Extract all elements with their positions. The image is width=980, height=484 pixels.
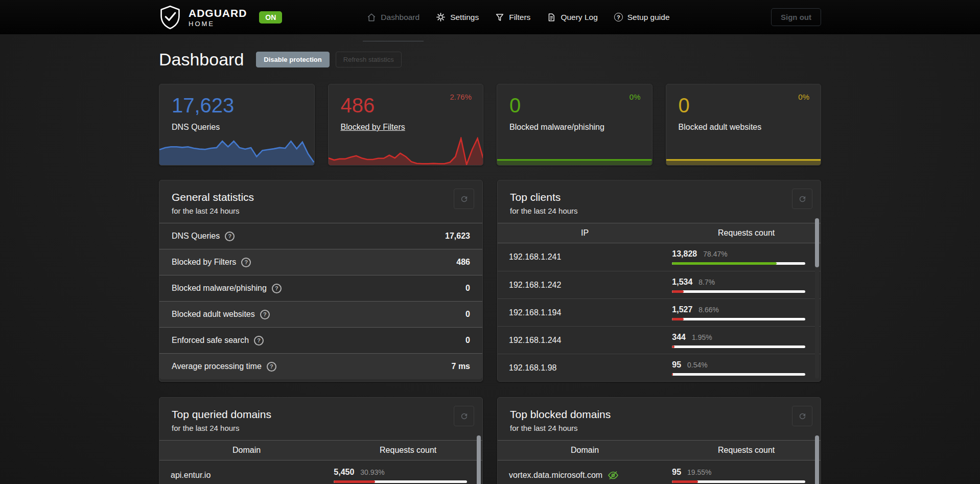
top-blocked-title: Top blocked domains: [510, 408, 808, 421]
nav-item-setup-guide[interactable]: ? Setup guide: [606, 0, 678, 34]
blocked-filters-link[interactable]: Blocked by Filters: [341, 123, 483, 132]
help-icon[interactable]: ?: [260, 310, 270, 319]
requests-percent: 8.7%: [698, 278, 715, 286]
column-header-domain: Domain: [159, 446, 334, 455]
requests-count: 5,450: [334, 468, 354, 477]
domain-row: vortex.data.microsoft.com 95 19.55%: [498, 460, 821, 484]
top-queried-scrollbar[interactable]: [477, 435, 481, 484]
client-ip: 192.168.1.244: [498, 336, 672, 345]
requests-bar: [672, 373, 805, 376]
refresh-icon: [798, 195, 807, 203]
stats-value: 0: [465, 284, 470, 293]
requests-count: 13,828: [672, 249, 697, 259]
client-ip: 192.168.1.98: [498, 363, 672, 373]
nav-item-query-log[interactable]: Query Log: [539, 0, 605, 34]
refresh-icon: [460, 195, 469, 203]
domain-name: vortex.data.microsoft.com: [509, 471, 602, 480]
column-header-requests: Requests count: [672, 446, 821, 455]
stats-row-blocked-adult: Blocked adult websites ? 0: [159, 301, 482, 327]
dns-queries-value: 17,623: [172, 95, 314, 116]
general-statistics-refresh-button[interactable]: [454, 189, 474, 209]
brand-name: ADGUARD: [189, 8, 247, 18]
stats-value: 17,623: [445, 232, 470, 241]
top-navbar: ADGUARD HOME ON Dashboard: [0, 0, 980, 34]
top-clients-table-header: IP Requests count: [498, 223, 821, 243]
nav-item-dashboard[interactable]: Dashboard: [359, 0, 428, 34]
disable-protection-button[interactable]: Disable protection: [256, 52, 329, 67]
scrollbar-thumb[interactable]: [815, 218, 819, 267]
top-blocked-scrollbar[interactable]: [815, 435, 819, 484]
column-header-requests: Requests count: [672, 228, 821, 238]
top-blocked-refresh-button[interactable]: [792, 406, 812, 426]
help-icon[interactable]: ?: [272, 284, 282, 293]
top-blocked-subtitle: for the last 24 hours: [510, 424, 808, 433]
requests-percent: 19.55%: [687, 468, 711, 476]
domain-name: api.entur.io: [159, 471, 334, 480]
blocked-malware-label: Blocked malware/phishing: [509, 123, 652, 132]
stats-label: Enforced safe search: [172, 336, 249, 345]
requests-bar: [672, 290, 805, 293]
protection-status-badge: ON: [259, 11, 282, 24]
nav-item-settings[interactable]: Settings: [428, 0, 487, 34]
dns-queries-label: DNS Queries: [172, 123, 314, 132]
home-icon: [367, 13, 376, 22]
requests-bar-fill: [672, 262, 777, 265]
stats-label: Blocked adult websites: [172, 310, 255, 319]
top-clients-title: Top clients: [510, 191, 808, 204]
requests-count: 95: [672, 468, 681, 477]
sign-out-button[interactable]: Sign out: [771, 8, 821, 26]
adguard-logo: ADGUARD HOME ON: [159, 5, 282, 30]
top-queried-refresh-button[interactable]: [454, 406, 474, 426]
eye-off-icon[interactable]: [608, 470, 619, 481]
help-icon[interactable]: ?: [254, 336, 264, 345]
funnel-icon: [495, 13, 504, 22]
help-icon[interactable]: ?: [241, 258, 251, 267]
stats-row-safe-search: Enforced safe search ? 0: [159, 327, 482, 353]
nav-item-filters[interactable]: Filters: [487, 0, 539, 34]
stats-value: 0: [465, 310, 470, 319]
nav-label-query-log: Query Log: [561, 13, 597, 22]
column-header-domain: Domain: [498, 446, 672, 455]
scrollbar-thumb[interactable]: [815, 435, 819, 484]
main-nav: Dashboard Settings Filte: [359, 0, 678, 34]
top-clients-subtitle: for the last 24 hours: [510, 206, 808, 216]
stats-row-dns-queries: DNS Queries ? 17,623: [159, 223, 482, 249]
top-blocked-table-header: Domain Requests count: [498, 440, 821, 460]
requests-bar: [672, 318, 805, 320]
requests-bar-fill: [672, 318, 684, 320]
requests-count: 344: [672, 333, 686, 342]
card-dns-queries: 17,623 DNS Queries: [159, 84, 315, 166]
top-clients-panel: Top clients for the last 24 hours IP Req…: [497, 180, 821, 382]
column-header-requests: Requests count: [334, 446, 482, 455]
stats-label: Blocked by Filters: [172, 258, 236, 267]
stats-label: Average processing time: [172, 362, 262, 371]
client-ip: 192.168.1.242: [498, 281, 672, 290]
top-queried-subtitle: for the last 24 hours: [172, 424, 470, 433]
nav-label-dashboard: Dashboard: [381, 13, 419, 22]
client-row: 192.168.1.98 95 0.54%: [498, 354, 821, 381]
top-clients-scrollbar[interactable]: [815, 218, 819, 379]
top-clients-refresh-button[interactable]: [792, 189, 812, 209]
help-icon[interactable]: ?: [267, 362, 276, 372]
scrollbar-thumb[interactable]: [477, 435, 481, 484]
card-blocked-malware: 0% 0 Blocked malware/phishing: [497, 84, 652, 166]
requests-bar: [334, 480, 467, 483]
client-row: 192.168.1.242 1,534 8.7%: [498, 271, 821, 298]
top-queried-domains-panel: Top queried domains for the last 24 hour…: [159, 397, 483, 484]
requests-bar: [672, 345, 805, 348]
blocked-malware-sparkline: [497, 137, 652, 165]
client-ip: 192.168.1.241: [498, 252, 672, 262]
refresh-statistics-button[interactable]: Refresh statistics: [336, 52, 402, 67]
blocked-filters-percent: 2.76%: [450, 93, 472, 101]
requests-bar: [672, 262, 805, 265]
shield-check-icon: [159, 5, 181, 30]
top-queried-title: Top queried domains: [172, 408, 470, 421]
gear-icon: [436, 12, 446, 22]
client-row: 192.168.1.244 344 1.95%: [498, 326, 821, 354]
client-ip: 192.168.1.194: [498, 308, 672, 317]
requests-percent: 8.66%: [698, 306, 719, 314]
help-icon[interactable]: ?: [225, 232, 235, 241]
top-queried-table-header: Domain Requests count: [159, 440, 482, 460]
blocked-adult-sparkline: [666, 137, 821, 165]
blocked-malware-percent: 0%: [629, 93, 641, 101]
